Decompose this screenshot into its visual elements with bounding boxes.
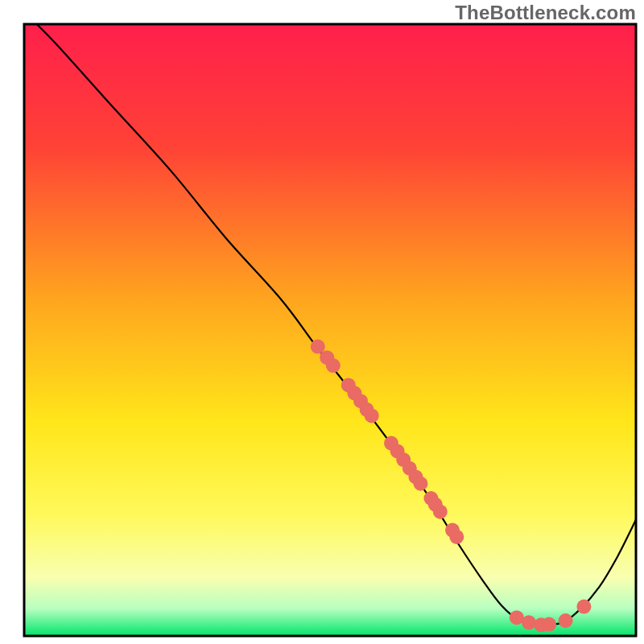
data-marker (576, 600, 591, 614)
data-marker (449, 530, 464, 544)
data-marker (542, 617, 556, 632)
data-marker (559, 613, 573, 628)
data-marker (522, 615, 536, 630)
data-marker (326, 358, 341, 373)
data-marker (413, 477, 427, 491)
data-marker (365, 408, 379, 423)
chart-container: { "watermark": "TheBottleneck.com", "cha… (0, 0, 644, 644)
watermark-text: TheBottleneck.com (455, 2, 636, 24)
chart-svg (0, 0, 644, 644)
gradient-background (24, 24, 636, 636)
data-marker (433, 505, 448, 519)
